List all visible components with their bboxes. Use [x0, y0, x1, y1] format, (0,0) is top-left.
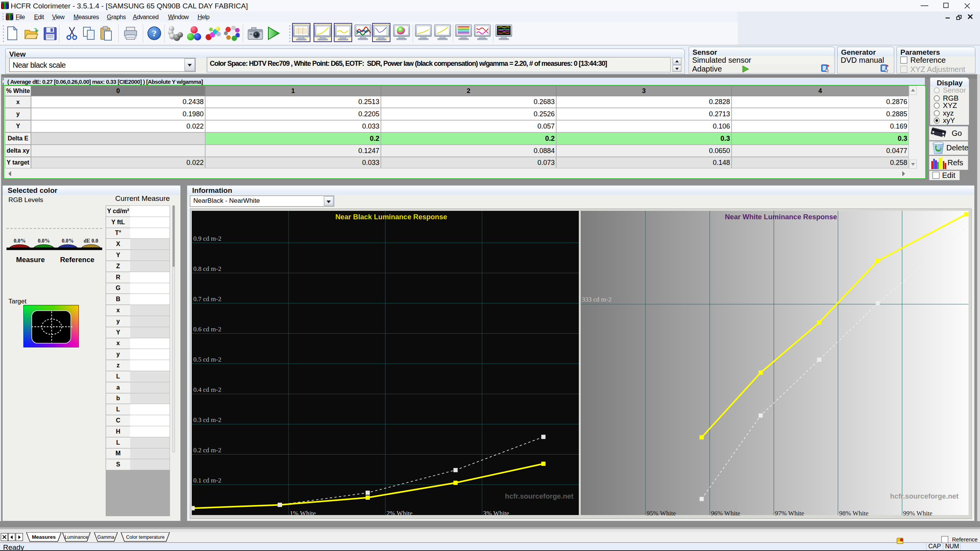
svg-text:97% White: 97% White — [775, 510, 804, 517]
svg-text:Near White Luminance Response: Near White Luminance Response — [725, 213, 837, 221]
svg-text:333 cd m-2: 333 cd m-2 — [582, 296, 611, 303]
svg-text:1% White: 1% White — [290, 510, 316, 517]
svg-text:99% White: 99% White — [903, 510, 933, 517]
svg-text:0.0%: 0.0% — [38, 238, 50, 244]
svg-text:Measures: Measures — [32, 534, 56, 540]
svg-text:?: ? — [152, 28, 157, 38]
svg-text:0.2 cd m-2: 0.2 cd m-2 — [193, 447, 221, 454]
svg-text:2% White: 2% White — [387, 510, 413, 517]
svg-text:0.6 cd m-2: 0.6 cd m-2 — [193, 326, 221, 333]
svg-text:Color temperature: Color temperature — [126, 535, 165, 540]
svg-text:Luminance: Luminance — [65, 535, 88, 540]
svg-text:0.0%: 0.0% — [14, 238, 26, 244]
svg-text:Near Black Luminance Response: Near Black Luminance Response — [335, 213, 447, 221]
svg-text:hcfr.sourceforge.net: hcfr.sourceforge.net — [505, 492, 573, 500]
svg-text:0.9 cd m-2: 0.9 cd m-2 — [193, 235, 221, 242]
svg-text:95% White: 95% White — [647, 510, 676, 517]
svg-text:0.3 cd m-2: 0.3 cd m-2 — [193, 416, 221, 424]
svg-text:96% White: 96% White — [711, 510, 740, 517]
svg-text:hcfr.sourceforge.net: hcfr.sourceforge.net — [890, 492, 959, 500]
svg-text:0.4 cd m-2: 0.4 cd m-2 — [193, 386, 221, 393]
svg-text:0.8 cd m-2: 0.8 cd m-2 — [193, 265, 221, 272]
svg-text:0.1 cd m-2: 0.1 cd m-2 — [193, 477, 221, 484]
svg-text:98% White: 98% White — [839, 510, 869, 517]
svg-text:0.7 cd m-2: 0.7 cd m-2 — [193, 295, 221, 303]
svg-text:Gamma: Gamma — [97, 535, 114, 540]
svg-text:3% White: 3% White — [483, 510, 509, 517]
svg-text:dE 0.0: dE 0.0 — [83, 238, 98, 244]
svg-text:0.0%: 0.0% — [62, 238, 74, 244]
svg-text:0.5 cd m-2: 0.5 cd m-2 — [193, 356, 221, 363]
